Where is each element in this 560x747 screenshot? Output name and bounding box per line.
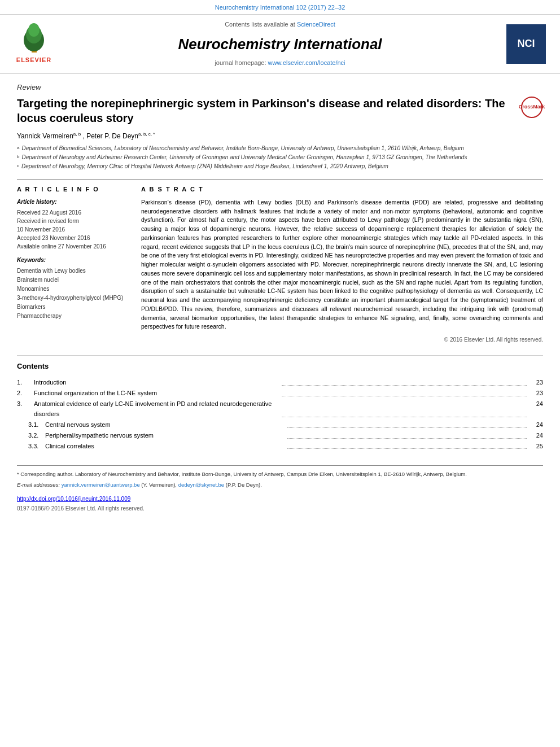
article-history-label: Article history: <box>17 198 130 206</box>
issn-line: 0197-0186/© 2016 Elsevier Ltd. All right… <box>17 505 543 513</box>
email-link-2[interactable]: dedeyn@skynet.be <box>178 482 224 488</box>
article-info-abstract-cols: A R T I C L E I N F O Article history: R… <box>17 185 543 344</box>
affil-c: c Department of Neurology, Memory Clinic… <box>17 163 543 171</box>
footnote-section: * Corresponding author. Laboratory of Ne… <box>17 465 543 513</box>
article-section-label: Review <box>17 82 543 93</box>
elsevier-tree-icon <box>16 23 53 54</box>
journal-reference: Neurochemistry International 102 (2017) … <box>0 0 560 14</box>
sciencedirect-link[interactable]: ScienceDirect <box>297 21 335 28</box>
abstract-heading: A B S T R A C T <box>141 185 543 194</box>
nci-logo-icon: NCI <box>506 24 546 64</box>
contents-availability: Contents lists available at ScienceDirec… <box>65 20 495 29</box>
affiliations: a Department of Biomedical Sciences, Lab… <box>17 145 543 171</box>
abstract-col: A B S T R A C T Parkinson's disease (PD)… <box>141 185 543 344</box>
journal-info-center: Contents lists available at ScienceDirec… <box>65 20 495 67</box>
elsevier-wordmark: ELSEVIER <box>16 56 51 64</box>
article-info-heading: A R T I C L E I N F O <box>17 185 130 194</box>
keywords-label: Keywords: <box>17 256 130 264</box>
copyright-line: © 2016 Elsevier Ltd. All rights reserved… <box>141 336 543 344</box>
journal-title: Neurochemistry International <box>65 34 495 54</box>
affil-a: a Department of Biomedical Sciences, Lab… <box>17 145 543 152</box>
keywords-list: Dementia with Lewy bodies Brainstem nucl… <box>17 267 130 321</box>
toc-item-3-3: 3.3. Clinical correlates 25 <box>17 441 543 452</box>
email-addresses: E-mail addresses: yannick.vermeiren@uant… <box>17 481 543 489</box>
doi-link[interactable]: http://dx.doi.org/10.1016/j.neuint.2016.… <box>17 495 543 503</box>
homepage-line: journal homepage: www.elsevier.com/locat… <box>65 59 495 67</box>
article-dates: Received 22 August 2016 Received in revi… <box>17 208 130 251</box>
doi-url[interactable]: http://dx.doi.org/10.1016/j.neuint.2016.… <box>17 496 130 502</box>
article-title-row: Targeting the norepinephrinergic system … <box>17 96 543 125</box>
affil-b: b Department of Neurology and Alzheimer … <box>17 154 543 161</box>
homepage-link[interactable]: www.elsevier.com/locate/nci <box>268 59 345 66</box>
corresponding-author-note: * Corresponding author. Laboratory of Ne… <box>17 470 543 478</box>
contents-title: Contents <box>17 361 543 372</box>
article-info-col: A R T I C L E I N F O Article history: R… <box>17 185 130 344</box>
journal-header: ELSEVIER Contents lists available at Sci… <box>0 14 560 73</box>
journal-ref-text: Neurochemistry International 102 (2017) … <box>215 4 345 11</box>
svg-point-3 <box>28 23 40 37</box>
contents-section: Contents 1. Introduction 23 2. Functiona… <box>17 355 543 451</box>
email-link-1[interactable]: yannick.vermeiren@uantwerp.be <box>62 482 140 488</box>
crossmark-badge[interactable]: CrossMark <box>520 96 543 119</box>
abstract-text: Parkinson's disease (PD), dementia with … <box>141 198 543 331</box>
section-divider <box>17 179 543 180</box>
article-title: Targeting the norepinephrinergic system … <box>17 96 515 125</box>
nci-logo-section: NCI <box>501 20 552 67</box>
authors-line: Yannick Vermeirena, b , Peter P. De Deyn… <box>17 131 543 141</box>
article-body: Review Targeting the norepinephrinergic … <box>0 74 560 521</box>
toc-item-3: 3. Anatomical evidence of early LC-NE in… <box>17 399 543 420</box>
elsevier-logo-section: ELSEVIER <box>8 20 59 67</box>
crossmark-icon: CrossMark <box>521 97 542 118</box>
